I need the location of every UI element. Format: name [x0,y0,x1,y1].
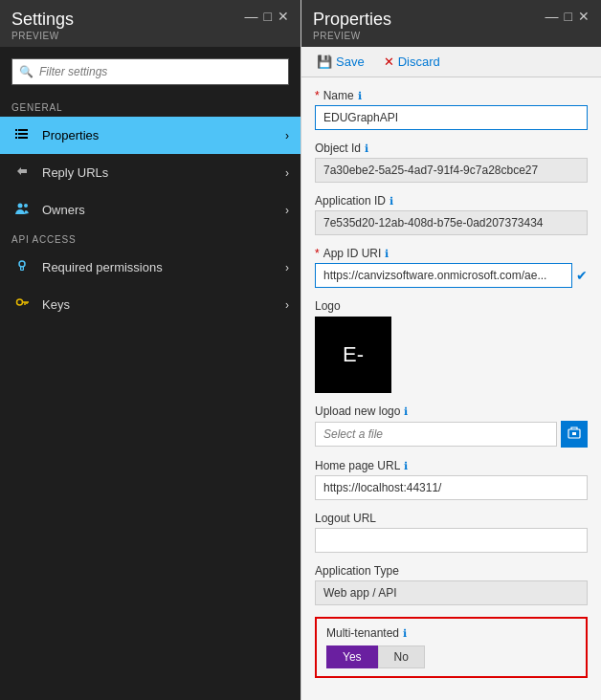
keys-chevron: › [285,298,289,312]
app-id-uri-input[interactable] [315,263,572,288]
object-id-label: Object Id [315,142,361,155]
logo-label: Logo [315,299,341,313]
left-panel: Settings PREVIEW — □ ✕ 🔍 GENERAL Propert… [0,0,300,700]
save-button[interactable]: 💾 Save [313,53,368,71]
name-required-star: * [315,89,320,102]
app-id-label-row: Application ID ℹ [315,194,588,208]
upload-file-input[interactable] [315,422,557,447]
name-info-icon[interactable]: ℹ [358,90,362,102]
left-win-controls: — □ ✕ [245,10,289,23]
left-title-block: Settings PREVIEW [11,10,74,41]
svg-point-11 [17,299,23,305]
general-section-label: GENERAL [0,97,300,117]
multi-tenanted-label: Multi-tenanted [326,626,399,640]
app-id-label: Application ID [315,194,386,208]
search-container: 🔍 [11,58,289,85]
app-id-uri-info-icon[interactable]: ℹ [385,248,389,260]
left-preview-label: PREVIEW [11,31,74,41]
right-header: Properties PREVIEW — □ ✕ [301,0,601,47]
logo-group: Logo E- [315,299,588,393]
yes-button[interactable]: Yes [326,645,378,668]
multi-tenanted-info-icon[interactable]: ℹ [403,627,407,640]
save-label: Save [336,55,365,69]
object-id-group: Object Id ℹ [315,142,588,183]
required-permissions-label: Required permissions [42,260,285,274]
upload-logo-group: Upload new logo ℹ [315,405,588,448]
reply-urls-icon [11,164,33,182]
svg-point-7 [24,204,28,208]
svg-rect-0 [15,129,17,131]
right-close-button[interactable]: ✕ [578,10,590,23]
object-id-input [315,158,588,183]
sidebar-item-keys[interactable]: Keys › [0,286,300,323]
required-permissions-chevron: › [285,261,289,274]
left-panel-title: Settings [11,10,74,30]
sidebar-item-reply-urls[interactable]: Reply URLs › [0,154,300,191]
logo-text: E- [343,342,364,367]
upload-label-row: Upload new logo ℹ [315,405,588,418]
name-input[interactable] [315,105,588,130]
svg-rect-10 [21,268,22,271]
svg-rect-16 [572,432,576,435]
sidebar-item-required-permissions[interactable]: Required permissions › [0,249,300,286]
right-minimize-button[interactable]: — [545,10,559,23]
multi-tenanted-toggle: Yes No [326,645,576,668]
upload-label: Upload new logo [315,405,400,418]
save-icon: 💾 [317,55,332,69]
uri-required-star: * [315,247,320,260]
right-panel: Properties PREVIEW — □ ✕ 💾 Save ✕ Discar… [300,0,601,700]
keys-icon [11,295,33,314]
name-group: * Name ℹ [315,89,588,130]
app-id-uri-label: App ID URI [323,247,382,260]
logout-url-input[interactable] [315,528,588,553]
app-id-uri-wrapper: ✔ [315,263,588,288]
home-page-url-group: Home page URL ℹ [315,459,588,500]
right-maximize-button[interactable]: □ [565,10,572,23]
home-page-url-info-icon[interactable]: ℹ [404,460,408,472]
app-id-input [315,210,588,235]
sidebar-item-properties[interactable]: Properties › [0,117,300,154]
svg-rect-3 [18,133,28,135]
svg-rect-2 [15,133,17,135]
right-content: * Name ℹ Object Id ℹ Application ID ℹ [301,77,601,700]
object-id-info-icon[interactable]: ℹ [365,142,368,155]
multi-tenanted-box: Multi-tenanted ℹ Yes No [315,617,588,678]
home-page-url-input[interactable] [315,475,588,500]
search-input[interactable] [11,58,289,85]
left-close-button[interactable]: ✕ [278,10,289,23]
no-button[interactable]: No [378,645,425,668]
object-id-label-row: Object Id ℹ [315,142,588,155]
properties-chevron: › [285,129,289,142]
upload-info-icon[interactable]: ℹ [404,405,408,418]
upload-browse-button[interactable] [561,421,588,448]
api-access-section-label: API ACCESS [0,229,300,249]
discard-label: Discard [398,55,440,69]
home-page-url-label-row: Home page URL ℹ [315,459,588,472]
left-maximize-button[interactable]: □ [264,10,272,23]
app-type-group: Application Type [315,564,588,605]
multi-tenanted-label-row: Multi-tenanted ℹ [326,626,576,640]
sidebar-item-owners[interactable]: Owners › [0,191,300,229]
owners-label: Owners [42,203,285,217]
app-type-label-row: Application Type [315,564,588,578]
owners-chevron: › [285,204,289,217]
reply-urls-label: Reply URLs [42,165,285,180]
name-label-row: * Name ℹ [315,89,588,102]
discard-button[interactable]: ✕ Discard [380,53,444,71]
right-win-controls: — □ ✕ [545,10,590,23]
app-type-input [315,580,588,605]
logout-url-label-row: Logout URL [315,512,588,525]
left-minimize-button[interactable]: — [245,10,258,23]
app-id-info-icon[interactable]: ℹ [390,195,393,208]
right-title-block: Properties PREVIEW [313,10,391,41]
logout-url-group: Logout URL [315,512,588,553]
app-id-group: Application ID ℹ [315,194,588,235]
search-icon: 🔍 [19,65,33,78]
svg-rect-4 [15,137,17,139]
owners-icon [11,201,33,219]
left-header: Settings PREVIEW — □ ✕ [0,0,300,47]
svg-rect-5 [18,137,28,139]
properties-icon [11,126,33,144]
logo-preview: E- [315,317,391,393]
right-toolbar: 💾 Save ✕ Discard [301,47,601,77]
